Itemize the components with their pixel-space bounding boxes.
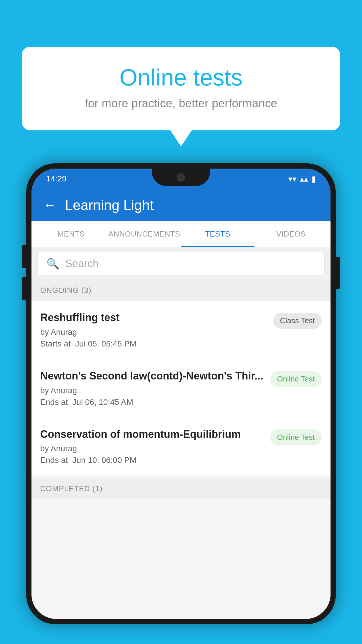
test-time-2: Ends at Jul 06, 10:45 AM bbox=[40, 398, 264, 407]
wifi-icon: ▾▾ bbox=[288, 174, 296, 184]
test-info-2: Newton's Second law(contd)-Newton's Thir… bbox=[40, 369, 270, 407]
ongoing-header-text: ONGOING (3) bbox=[40, 286, 92, 295]
status-icons: ▾▾ ▴▴ ▮ bbox=[288, 174, 316, 184]
bubble-subtitle: for more practice, better performance bbox=[45, 97, 317, 110]
test-time-3: Ends at Jun 10, 06:00 PM bbox=[40, 456, 264, 465]
battery-icon: ▮ bbox=[312, 174, 316, 184]
phone-frame: 14:29 ▾▾ ▴▴ ▮ ← Learning Light MENTS ANN… bbox=[26, 163, 336, 624]
back-button[interactable]: ← bbox=[43, 197, 56, 213]
app-title: Learning Light bbox=[65, 197, 154, 213]
tab-videos[interactable]: VIDEOS bbox=[254, 221, 328, 247]
test-author-3: by Anurag bbox=[40, 444, 264, 453]
test-author-2: by Anurag bbox=[40, 386, 264, 395]
completed-section-header: COMPLETED (1) bbox=[31, 478, 331, 499]
search-bar: 🔍 Search bbox=[31, 247, 331, 280]
tab-announcements[interactable]: ANNOUNCEMENTS bbox=[108, 221, 181, 247]
content-area: ONGOING (3) Reshuffling test by Anurag S… bbox=[31, 280, 331, 619]
test-name-2: Newton's Second law(contd)-Newton's Thir… bbox=[40, 369, 264, 383]
search-input-wrap[interactable]: 🔍 Search bbox=[37, 252, 325, 275]
test-badge-1: Class Test bbox=[273, 313, 322, 329]
test-time-1: Starts at Jul 05, 05:45 PM bbox=[40, 339, 267, 349]
search-icon: 🔍 bbox=[46, 258, 59, 270]
test-item-3[interactable]: Conservation of momentum-Equilibrium by … bbox=[31, 417, 331, 476]
status-time: 14:29 bbox=[46, 174, 66, 183]
ongoing-section-header: ONGOING (3) bbox=[31, 280, 331, 301]
signal-icon: ▴▴ bbox=[300, 174, 308, 184]
test-author-1: by Anurag bbox=[40, 328, 267, 337]
test-name-3: Conservation of momentum-Equilibrium bbox=[40, 428, 264, 441]
power-button bbox=[336, 257, 340, 289]
app-bar: ← Learning Light bbox=[31, 189, 331, 221]
speech-bubble: Online tests for more practice, better p… bbox=[22, 47, 340, 130]
test-info-3: Conservation of momentum-Equilibrium by … bbox=[40, 428, 270, 465]
phone-screen: 14:29 ▾▾ ▴▴ ▮ ← Learning Light MENTS ANN… bbox=[31, 169, 331, 619]
bubble-title: Online tests bbox=[45, 64, 317, 91]
tab-bar: MENTS ANNOUNCEMENTS TESTS VIDEOS bbox=[31, 221, 331, 247]
test-badge-3: Online Test bbox=[270, 429, 322, 445]
completed-header-text: COMPLETED (1) bbox=[40, 484, 103, 493]
test-badge-2: Online Test bbox=[270, 371, 322, 387]
phone-notch bbox=[152, 169, 210, 186]
test-info-1: Reshuffling test by Anurag Starts at Jul… bbox=[40, 311, 273, 349]
front-camera bbox=[177, 173, 185, 182]
search-placeholder: Search bbox=[65, 258, 99, 270]
tab-tests[interactable]: TESTS bbox=[181, 221, 254, 247]
test-item-1[interactable]: Reshuffling test by Anurag Starts at Jul… bbox=[31, 301, 331, 359]
volume-down-button bbox=[22, 277, 26, 300]
test-name-1: Reshuffling test bbox=[40, 311, 267, 325]
volume-up-button bbox=[22, 245, 26, 268]
test-item-2[interactable]: Newton's Second law(contd)-Newton's Thir… bbox=[31, 359, 331, 417]
phone-wrapper: 14:29 ▾▾ ▴▴ ▮ ← Learning Light MENTS ANN… bbox=[26, 163, 336, 644]
tab-ments[interactable]: MENTS bbox=[34, 221, 108, 247]
